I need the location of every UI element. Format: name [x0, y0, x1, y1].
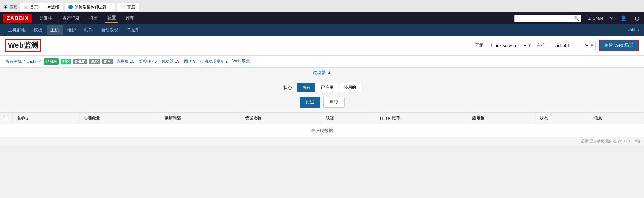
- subnav-hosts[interactable]: 主机: [47, 25, 63, 35]
- tab-webscenarios[interactable]: Web 场景: [231, 58, 251, 65]
- web-scenarios-table: 名称 步骤数量 更新间隔 尝试次数 认证 HTTP 代理 应用集 状态 信息 未…: [0, 113, 644, 137]
- col-checkbox: [0, 113, 13, 124]
- search-icon[interactable]: 🔍: [574, 16, 579, 21]
- filter-toggle-icon: ▲: [327, 70, 332, 76]
- table-header-row: 名称 步骤数量 更新间隔 尝试次数 认证 HTTP 代理 应用集 状态 信息: [0, 113, 644, 124]
- share-btn[interactable]: Z Share: [587, 15, 603, 21]
- badge-ipmi: IPMI: [102, 59, 113, 64]
- zabbix-logo: ZABBIX: [3, 14, 32, 23]
- share-icon: Z: [587, 15, 592, 21]
- browser-tab-baidu[interactable]: 📄 百度: [117, 3, 139, 11]
- tab-appset[interactable]: 应用集 10: [115, 58, 136, 65]
- enabled-badge: 已启用: [44, 58, 59, 65]
- subnav-templates[interactable]: 模板: [30, 25, 46, 35]
- filter-actions: 过滤 重设: [7, 97, 637, 108]
- browser-tab-bar: ⊞ 应用 📖 首页 · Linux运维 🔵 熊铭浩架构师之路-... 📄 百度: [0, 0, 644, 12]
- filter-status-row: 状态 所有 已启用 停用的: [7, 82, 637, 92]
- col-info: 信息: [590, 113, 644, 124]
- footer-note: 显示 已自动发现的 在 @51CTO博客: [581, 139, 641, 144]
- tab-title-baidu: 百度: [127, 4, 135, 10]
- browser-tab-linux[interactable]: 📖 首页 · Linux运维: [20, 3, 63, 11]
- filter-status-enabled[interactable]: 已启用: [316, 82, 338, 92]
- tab-graphs-count: 9: [193, 59, 195, 64]
- search-input[interactable]: [517, 16, 574, 21]
- host-select[interactable]: cache01: [549, 41, 590, 50]
- col-name[interactable]: 名称: [13, 113, 80, 124]
- host-label: 主机: [537, 42, 545, 48]
- browser-tab-xiong[interactable]: 🔵 熊铭浩架构师之路-...: [65, 3, 115, 11]
- tab-graphs[interactable]: 图形 9: [183, 58, 197, 65]
- tab-autodiscovery[interactable]: 自动发现规则 2: [199, 58, 229, 65]
- tab-favicon-linux: 📖: [23, 5, 28, 9]
- filter-body: 状态 所有 已启用 停用的 过滤 重设: [0, 78, 644, 112]
- badge-snmp: SNMP: [73, 59, 87, 64]
- filter-toggle[interactable]: 过滤器 ▲: [0, 68, 644, 78]
- filter-status-label: 状态: [283, 85, 292, 91]
- page-header: Web监测 群组 Linux servers ▼ 主机 cache01 ▼ 创建…: [0, 36, 644, 56]
- col-interval: 更新间隔: [160, 113, 241, 124]
- nav-config[interactable]: 配置: [105, 13, 118, 23]
- nav-monitoring[interactable]: 监测中: [38, 14, 55, 23]
- share-label: Share: [593, 16, 603, 21]
- subnav-discovery[interactable]: 自动发现: [98, 25, 122, 35]
- page-title: Web监测: [5, 39, 41, 52]
- empty-message: 未发现数据: [0, 124, 644, 137]
- group-select-wrapper[interactable]: Linux servers ▼: [487, 41, 534, 50]
- subnav-maintenance[interactable]: 维护: [64, 25, 79, 35]
- apps-icon[interactable]: ⊞: [3, 4, 8, 10]
- tab-autodiscovery-count: 2: [225, 59, 228, 64]
- tab-favicon-baidu: 📄: [120, 5, 125, 9]
- power-icon[interactable]: ⏻: [633, 14, 641, 22]
- filter-status-disabled[interactable]: 停用的: [339, 82, 361, 92]
- host-select-wrapper[interactable]: cache01 ▼: [549, 41, 596, 50]
- host-select-arrow: ▼: [590, 43, 595, 48]
- create-web-scenario-button[interactable]: 创建 Web 场景: [599, 40, 639, 51]
- breadcrumb-current-host[interactable]: cache01: [27, 59, 42, 64]
- tab-items[interactable]: 监控项 46: [138, 58, 158, 65]
- sub-nav-left: 主机群组 模板 主机 维护 动作 自动发现 IT服务: [5, 25, 143, 35]
- search-bar[interactable]: 🔍: [514, 15, 581, 22]
- nav-management[interactable]: 管理: [123, 14, 136, 23]
- group-label: 群组: [475, 42, 484, 48]
- nav-assets[interactable]: 资产记录: [60, 14, 82, 23]
- breadcrumb-bar: 所有主机 / cache01 已启用 ZBX SNMP JMX IPMI 应用集…: [0, 56, 644, 68]
- sub-nav: 主机群组 模板 主机 维护 动作 自动发现 IT服务 zabbix: [0, 24, 644, 36]
- user-icon[interactable]: 👤: [619, 14, 628, 22]
- tab-items-count: 46: [152, 59, 157, 64]
- col-http-proxy: HTTP 代理: [376, 113, 468, 124]
- tab-favicon-xiong: 🔵: [68, 5, 73, 9]
- top-nav: ZABBIX 监测中 资产记录 报表 配置 管理 🔍 Z Share ? 👤 ⏻: [0, 12, 644, 24]
- breadcrumb-all-hosts[interactable]: 所有主机: [5, 59, 22, 64]
- group-select[interactable]: Linux servers: [487, 41, 528, 50]
- badge-zbx: ZBX: [61, 59, 71, 64]
- tab-title-xiong: 熊铭浩架构师之路-...: [75, 4, 112, 10]
- breadcrumb-sep: /: [24, 59, 25, 64]
- table-empty-row: 未发现数据: [0, 124, 644, 137]
- table-body: 未发现数据: [0, 124, 644, 137]
- tab-title-linux: 首页 · Linux运维: [30, 4, 59, 10]
- group-select-arrow: ▼: [528, 43, 533, 48]
- sub-nav-user: zabbix: [628, 28, 639, 32]
- col-appset: 应用集: [468, 113, 536, 124]
- subnav-itservices[interactable]: IT服务: [123, 25, 143, 35]
- tab-triggers-count: 19: [175, 59, 179, 64]
- select-all-checkbox[interactable]: [4, 116, 8, 120]
- subnav-hostgroups[interactable]: 主机群组: [5, 25, 29, 35]
- table-wrapper: 名称 步骤数量 更新间隔 尝试次数 认证 HTTP 代理 应用集 状态 信息 未…: [0, 113, 644, 137]
- filter-reset-button[interactable]: 重设: [323, 97, 345, 108]
- page-header-controls: 群组 Linux servers ▼ 主机 cache01 ▼ 创建 Web 场…: [475, 40, 639, 51]
- filter-status-all[interactable]: 所有: [297, 82, 315, 92]
- help-icon[interactable]: ?: [609, 14, 614, 22]
- col-steps: 步骤数量: [79, 113, 160, 124]
- tab-appset-count: 10: [130, 59, 134, 64]
- filter-section: 过滤器 ▲ 状态 所有 已启用 停用的 过滤 重设: [0, 68, 644, 113]
- col-auth: 认证: [321, 113, 376, 124]
- subnav-actions[interactable]: 动作: [81, 25, 96, 35]
- filter-apply-button[interactable]: 过滤: [300, 97, 320, 108]
- col-retries: 尝试次数: [241, 113, 321, 124]
- tab-triggers[interactable]: 触发器 19: [160, 58, 181, 65]
- nav-reports[interactable]: 报表: [87, 14, 100, 23]
- tab-label: 应用: [10, 4, 18, 10]
- filter-btn-group: 所有 已启用 停用的: [297, 82, 361, 92]
- badge-jmx: JMX: [89, 59, 101, 64]
